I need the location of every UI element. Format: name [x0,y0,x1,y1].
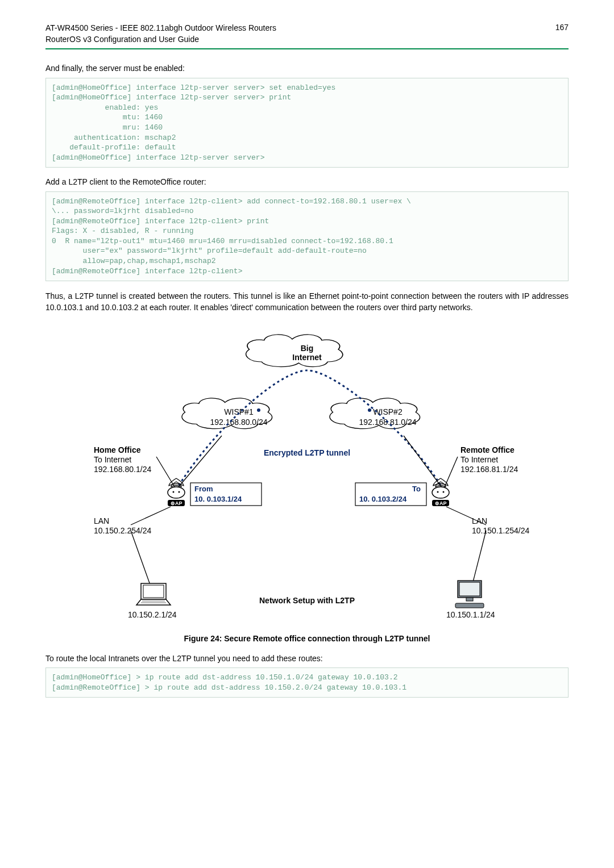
from-label: From [194,485,213,493]
svg-rect-23 [143,585,164,598]
header-title: AT-WR4500 Series - IEEE 802.11abgh Outdo… [45,23,276,45]
wisp2-label: WISP#2 [373,407,403,416]
svg-point-13 [437,491,439,493]
remote-ip-label: 192.168.81.1/24 [460,465,518,474]
svg-line-18 [131,507,171,525]
svg-text:⊚AP: ⊚AP [435,500,447,506]
laptop-icon [136,583,171,605]
network-diagram-svg: Big Internet WISP#1 192.168.80.0/24 WISP… [63,325,551,626]
remote-to-label: To Internet [460,455,498,464]
wisp1-ip: 192.168.80.0/24 [210,418,267,427]
laptop-ip: 10.150.2.1/24 [128,610,177,619]
network-setup-label: Network Setup with L2TP [259,596,355,605]
svg-rect-30 [455,603,484,608]
lan-right-label: LAN [472,516,487,525]
to-label: To [412,485,421,493]
router-left-icon: ⊚AP [168,478,185,506]
header-line2: RouterOS v3 Configuration and User Guide [45,35,199,44]
code-block-2: [admin@RemoteOffice] interface l2tp-clie… [45,191,569,281]
pc-ip: 10.150.1.1/24 [446,610,495,619]
add-client-text: Add a L2TP client to the RemoteOffice ro… [45,177,569,188]
svg-rect-29 [466,598,473,601]
wisp1-label: WISP#1 [224,407,254,416]
svg-point-0 [257,408,260,412]
svg-line-19 [131,531,151,586]
lan-left-label: LAN [94,516,109,525]
code-block-1: [admin@HomeOffice] interface l2tp-server… [45,78,569,168]
svg-point-1 [368,408,371,412]
figure-diagram: Big Internet WISP#1 192.168.80.0/24 WISP… [45,325,569,626]
to-ip: 10. 0.103.2/24 [359,495,407,503]
svg-line-21 [472,531,486,586]
route-intro: To route the local Intranets over the L2… [45,653,569,665]
svg-point-14 [443,491,445,493]
svg-point-8 [179,491,180,493]
from-ip: 10. 0.103.1/24 [194,495,242,503]
tunnel-paragraph: Thus, a L2TP tunnel is created between t… [45,290,569,314]
router-right-icon: ⊚AP [432,478,449,506]
lan-right-ip: 10.150.1.254/24 [472,526,529,535]
code-block-3: [admin@HomeOffice] > ip route add dst-ad… [45,667,569,698]
home-office-label: Home Office [94,445,141,454]
page-header: AT-WR4500 Series - IEEE 802.11abgh Outdo… [45,23,569,45]
svg-point-7 [173,491,175,493]
big-internet-label: Big [301,344,314,353]
svg-text:⊚AP: ⊚AP [171,500,182,506]
svg-rect-28 [459,582,480,596]
header-line1: AT-WR4500 Series - IEEE 802.11abgh Outdo… [45,23,276,32]
svg-line-4 [176,436,222,490]
figure-caption: Figure 24: Secure Remote office connecti… [45,634,569,643]
lan-left-ip: 10.150.2.254/24 [94,526,151,535]
server-enable-text: And finally, the server must be enabled: [45,63,569,74]
svg-point-6 [168,487,185,498]
remote-office-label: Remote Office [460,445,515,454]
svg-point-12 [432,487,449,498]
svg-marker-24 [136,599,171,605]
big-internet-label2: Internet [292,353,322,362]
header-divider [45,48,569,49]
pc-icon [455,581,484,608]
encrypted-label: Encrypted L2TP tunnel [264,448,350,457]
svg-line-2 [156,457,176,490]
svg-line-5 [404,436,443,490]
home-ip-label: 192.168.80.1/24 [94,465,151,474]
page-number: 167 [555,23,569,32]
home-to-label: To Internet [94,455,131,464]
